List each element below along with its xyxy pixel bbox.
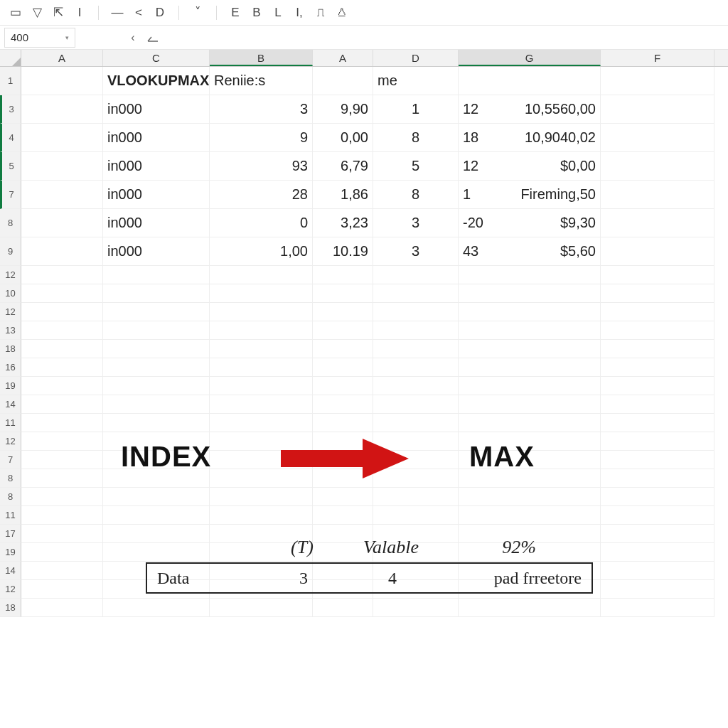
cell[interactable] (601, 266, 714, 284)
cell[interactable] (21, 237, 103, 266)
cell[interactable] (313, 358, 373, 377)
grid-row[interactable]: 12 (0, 266, 728, 284)
row-header[interactable]: 8 (0, 209, 21, 237)
cell[interactable] (21, 543, 103, 562)
col-header[interactable]: C (103, 50, 210, 66)
cell[interactable] (601, 340, 714, 358)
cell[interactable] (459, 266, 601, 284)
cell[interactable] (373, 284, 459, 303)
cell[interactable] (103, 321, 210, 340)
enter-formula-icon[interactable] (145, 30, 161, 46)
cell[interactable] (313, 340, 373, 358)
cell[interactable] (103, 414, 210, 432)
cell[interactable]: 9,90 (313, 95, 373, 124)
tool-btn-5[interactable]: < (129, 4, 149, 22)
cell[interactable] (103, 395, 210, 414)
cell[interactable] (459, 340, 601, 358)
cell[interactable] (373, 321, 459, 340)
col-header[interactable]: G (459, 50, 601, 66)
cell[interactable] (601, 562, 714, 580)
cell[interactable] (601, 451, 714, 469)
cell[interactable] (103, 506, 210, 525)
cell[interactable] (601, 321, 714, 340)
row-header[interactable]: 11 (0, 414, 21, 432)
cell[interactable] (210, 303, 313, 321)
cell[interactable] (601, 525, 714, 543)
grid-row[interactable]: 3in00039,9011210,5560,00 (0, 95, 728, 124)
row-header[interactable]: 14 (0, 562, 21, 580)
cell[interactable] (21, 469, 103, 488)
cell[interactable] (601, 152, 714, 181)
cell[interactable] (103, 340, 210, 358)
cell[interactable]: in000 (103, 181, 210, 209)
cell[interactable] (313, 506, 373, 525)
cell[interactable] (210, 266, 313, 284)
cell[interactable]: in000 (103, 237, 210, 266)
grid-row[interactable]: 1VLOOKUPMAXReniie:sme (0, 67, 728, 95)
grid-row[interactable]: 10 (0, 284, 728, 303)
cell[interactable] (21, 152, 103, 181)
grid-row[interactable]: 5in000936,79512$0,00 (0, 152, 728, 181)
cell[interactable]: in000 (103, 95, 210, 124)
cell[interactable] (313, 395, 373, 414)
row-header[interactable]: 19 (0, 543, 21, 562)
cell[interactable]: 9 (210, 124, 313, 152)
grid-row[interactable]: 7in000281,8681Fireming,50 (0, 181, 728, 209)
row-header[interactable]: 12 (0, 266, 21, 284)
cell[interactable] (601, 237, 714, 266)
tool-btn-10[interactable]: L (268, 4, 288, 22)
cell[interactable]: 1Fireming,50 (459, 181, 601, 209)
tool-btn-11[interactable]: I, (289, 4, 309, 22)
col-header[interactable]: F (601, 50, 714, 66)
cell[interactable] (313, 321, 373, 340)
grid-body[interactable]: 1VLOOKUPMAXReniie:sme3in00039,9011210,55… (0, 67, 728, 617)
row-header[interactable]: 8 (0, 469, 21, 488)
cell[interactable] (313, 377, 373, 395)
cell[interactable]: 10.19 (313, 237, 373, 266)
tool-btn-3[interactable]: I (70, 4, 90, 22)
grid-row[interactable]: 19 (0, 377, 728, 395)
cell[interactable] (601, 284, 714, 303)
cell[interactable] (210, 284, 313, 303)
grid-row[interactable]: 12 (0, 303, 728, 321)
cell[interactable]: in000 (103, 209, 210, 237)
tool-btn-2[interactable]: ⇱ (48, 4, 68, 22)
cell[interactable]: 43$5,60 (459, 237, 601, 266)
cell[interactable] (21, 580, 103, 599)
cell[interactable] (601, 395, 714, 414)
tool-btn-0[interactable]: ▭ (6, 4, 26, 22)
cell[interactable] (373, 303, 459, 321)
cell[interactable] (313, 599, 373, 617)
cell[interactable] (210, 321, 313, 340)
tool-btn-7[interactable]: ˅ (188, 4, 208, 22)
cell[interactable]: 93 (210, 152, 313, 181)
cell[interactable]: in000 (103, 124, 210, 152)
cell[interactable]: 1210,5560,00 (459, 95, 601, 124)
cell[interactable] (459, 284, 601, 303)
cell[interactable] (313, 284, 373, 303)
cell[interactable] (103, 266, 210, 284)
cell[interactable] (210, 358, 313, 377)
row-header[interactable]: 4 (0, 124, 21, 152)
cell[interactable]: 1,00 (210, 237, 313, 266)
tool-btn-1[interactable]: ▽ (27, 4, 47, 22)
cell[interactable] (103, 377, 210, 395)
cell[interactable]: 0 (210, 209, 313, 237)
cell[interactable]: 12$0,00 (459, 152, 601, 181)
cell[interactable] (459, 321, 601, 340)
col-header[interactable]: A (313, 50, 373, 66)
row-header[interactable]: 18 (0, 340, 21, 358)
row-header[interactable]: 12 (0, 432, 21, 451)
chevron-down-icon[interactable]: ▾ (65, 34, 69, 41)
cell[interactable] (601, 181, 714, 209)
tool-btn-13[interactable]: ⩟ (332, 4, 352, 22)
cell[interactable] (210, 488, 313, 506)
cell[interactable] (210, 340, 313, 358)
cell[interactable] (373, 340, 459, 358)
cell[interactable]: 28 (210, 181, 313, 209)
cell[interactable] (459, 488, 601, 506)
cell[interactable] (21, 432, 103, 451)
row-header[interactable]: 7 (0, 451, 21, 469)
cell[interactable]: 3,23 (313, 209, 373, 237)
cell[interactable]: 1,86 (313, 181, 373, 209)
